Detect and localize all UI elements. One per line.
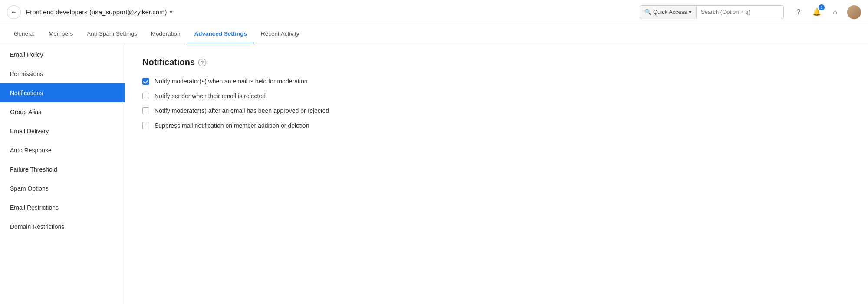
tab-general[interactable]: General xyxy=(7,25,42,43)
checkbox-item-suppress[interactable]: Suppress mail notification on member add… xyxy=(142,122,851,129)
back-button[interactable]: ← xyxy=(7,5,21,19)
title-chevron-icon: ▾ xyxy=(170,9,172,15)
checkbox-suppress[interactable] xyxy=(142,122,149,129)
content-area: Notifications ? Notify moderator(s) when… xyxy=(125,43,868,304)
tab-moderation[interactable]: Moderation xyxy=(144,25,187,43)
home-icon: ⌂ xyxy=(833,8,837,16)
main-layout: Email Policy Permissions Notifications G… xyxy=(0,43,868,304)
search-input[interactable] xyxy=(697,9,783,15)
notifications-checkbox-list: Notify moderator(s) when an email is hel… xyxy=(142,78,851,129)
header: ← Front end developers (usa_support@zylk… xyxy=(0,0,868,24)
checkbox-moderation-label: Notify moderator(s) when an email is hel… xyxy=(155,78,308,85)
search-icon: 🔍 xyxy=(644,9,651,15)
checkbox-approved-rejected-label: Notify moderator(s) after an email has b… xyxy=(155,107,329,114)
tab-recent-activity[interactable]: Recent Activity xyxy=(254,25,306,43)
quick-access-button[interactable]: 🔍 Quick Access ▾ xyxy=(640,6,697,19)
group-title[interactable]: Front end developers (usa_support@zylker… xyxy=(26,8,172,16)
header-icons: ? 🔔 1 ⌂ xyxy=(792,5,861,19)
avatar[interactable] xyxy=(847,5,861,19)
search-area: 🔍 Quick Access ▾ xyxy=(640,5,784,19)
quick-access-label: Quick Access xyxy=(653,9,687,15)
sidebar-item-auto-response[interactable]: Auto Response xyxy=(0,141,125,160)
sidebar-item-permissions[interactable]: Permissions xyxy=(0,64,125,83)
checkbox-moderation[interactable] xyxy=(142,78,149,85)
tab-bar: General Members Anti-Spam Settings Moder… xyxy=(0,24,868,43)
notification-badge: 1 xyxy=(819,4,825,10)
quick-access-chevron-icon: ▾ xyxy=(689,9,692,15)
sidebar-item-notifications[interactable]: Notifications xyxy=(0,83,125,102)
sidebar-item-group-alias[interactable]: Group Alias xyxy=(0,102,125,122)
checkbox-item-approved-rejected[interactable]: Notify moderator(s) after an email has b… xyxy=(142,107,851,114)
checkbox-item-rejected[interactable]: Notify sender when their email is reject… xyxy=(142,93,851,99)
help-button[interactable]: ? xyxy=(792,6,805,18)
tab-members[interactable]: Members xyxy=(42,25,80,43)
checkbox-rejected-label: Notify sender when their email is reject… xyxy=(155,93,266,99)
sidebar-item-email-policy[interactable]: Email Policy xyxy=(0,45,125,64)
checkbox-item-moderation[interactable]: Notify moderator(s) when an email is hel… xyxy=(142,78,851,85)
sidebar-item-failure-threshold[interactable]: Failure Threshold xyxy=(0,160,125,179)
help-icon: ? xyxy=(797,8,801,16)
sidebar-item-domain-restrictions[interactable]: Domain Restrictions xyxy=(0,217,125,236)
checkbox-rejected[interactable] xyxy=(142,93,149,99)
checkbox-approved-rejected[interactable] xyxy=(142,107,149,114)
section-help-icon[interactable]: ? xyxy=(198,59,206,66)
tab-anti-spam[interactable]: Anti-Spam Settings xyxy=(80,25,144,43)
sidebar-item-email-restrictions[interactable]: Email Restrictions xyxy=(0,198,125,217)
group-title-text: Front end developers (usa_support@zylker… xyxy=(26,8,167,16)
tab-advanced-settings[interactable]: Advanced Settings xyxy=(187,25,254,43)
sidebar-item-email-delivery[interactable]: Email Delivery xyxy=(0,122,125,141)
home-button[interactable]: ⌂ xyxy=(829,6,841,18)
sidebar: Email Policy Permissions Notifications G… xyxy=(0,43,125,304)
avatar-image xyxy=(847,5,861,19)
sidebar-item-spam-options[interactable]: Spam Options xyxy=(0,179,125,198)
checkbox-suppress-label: Suppress mail notification on member add… xyxy=(155,122,309,129)
notifications-button[interactable]: 🔔 1 xyxy=(811,6,823,18)
section-title: Notifications ? xyxy=(142,57,851,67)
